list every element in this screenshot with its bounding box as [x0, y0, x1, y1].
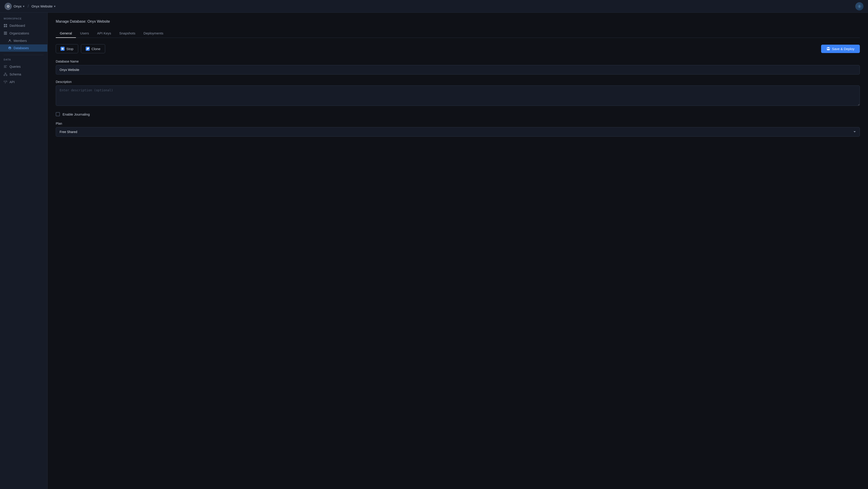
sidebar-item-databases[interactable]: Databases [0, 44, 48, 52]
action-left: Stop Clone [56, 44, 105, 53]
journaling-checkbox[interactable] [56, 112, 60, 116]
clone-button-label: Clone [92, 47, 100, 51]
topbar-left: O Onyx ▼ / Onyx Website ▼ [4, 3, 56, 10]
org-avatar: O [4, 3, 12, 10]
layout: WORKSPACE Dashboard Organizations [0, 13, 868, 489]
tab-general[interactable]: General [56, 29, 76, 38]
sidebar-item-schema-label: Schema [9, 72, 21, 76]
description-group: Description [56, 80, 860, 107]
tab-users[interactable]: Users [76, 29, 93, 38]
action-row: Stop Clone S [56, 44, 860, 53]
database-name-input[interactable] [56, 65, 860, 74]
sidebar-item-organizations-label: Organizations [9, 31, 29, 35]
svg-rect-5 [4, 32, 7, 32]
clone-icon [86, 47, 90, 51]
sidebar: WORKSPACE Dashboard Organizations [0, 13, 48, 489]
svg-rect-16 [62, 48, 63, 50]
plan-group: Plan Free Shared Pro Enterprise [56, 122, 860, 136]
databases-icon [8, 47, 11, 50]
main-content: Manage Database: Onyx Website General Us… [48, 13, 868, 489]
data-label: DATA [0, 58, 48, 61]
svg-rect-12 [4, 67, 7, 68]
schema-icon [4, 72, 7, 76]
clone-button[interactable]: Clone [81, 44, 105, 53]
database-name-group: Database Name [56, 60, 860, 74]
sidebar-item-members[interactable]: Members [0, 37, 48, 44]
sidebar-item-dashboard[interactable]: Dashboard [0, 22, 48, 29]
svg-point-8 [9, 39, 10, 41]
svg-rect-18 [87, 48, 88, 50]
org-selector[interactable]: Onyx ▼ [13, 4, 25, 8]
svg-rect-4 [6, 26, 7, 27]
page-title: Manage Database: Onyx Website [56, 20, 860, 24]
svg-rect-1 [4, 24, 5, 25]
sidebar-item-organizations[interactable]: Organizations [0, 29, 48, 37]
breadcrumb-separator: / [28, 4, 29, 9]
queries-icon [4, 65, 7, 68]
svg-rect-6 [4, 33, 7, 34]
tab-deployments[interactable]: Deployments [140, 29, 167, 38]
svg-rect-7 [4, 34, 7, 35]
topbar: O Onyx ▼ / Onyx Website ▼ [0, 0, 868, 13]
svg-rect-10 [4, 65, 7, 66]
svg-rect-20 [828, 48, 829, 48]
sidebar-item-api[interactable]: API [0, 78, 48, 86]
plan-label: Plan [56, 122, 860, 125]
sidebar-item-queries-label: Queries [9, 65, 21, 68]
description-label: Description [56, 80, 860, 84]
organizations-icon [4, 31, 7, 35]
sidebar-item-databases-label: Databases [13, 46, 29, 50]
stop-button-label: Stop [66, 47, 73, 51]
db-selector[interactable]: Onyx Website ▼ [31, 4, 56, 8]
save-deploy-button[interactable]: Save & Deploy [821, 44, 860, 53]
sidebar-item-queries[interactable]: Queries [0, 63, 48, 70]
workspace-label: WORKSPACE [0, 17, 48, 20]
user-avatar[interactable] [855, 2, 864, 10]
stop-button[interactable]: Stop [56, 44, 78, 53]
svg-rect-3 [4, 26, 5, 27]
stop-icon [61, 47, 65, 51]
sidebar-item-schema[interactable]: Schema [0, 70, 48, 78]
description-input[interactable] [56, 85, 860, 106]
tab-api-keys[interactable]: API Keys [93, 29, 115, 38]
sidebar-item-api-label: API [9, 80, 15, 84]
save-icon [827, 47, 830, 51]
svg-rect-11 [4, 66, 6, 67]
members-icon [8, 39, 11, 42]
dashboard-icon [4, 24, 7, 27]
db-chevron-icon: ▼ [54, 5, 56, 8]
tabs: General Users API Keys Snapshots Deploym… [56, 29, 860, 38]
api-icon [4, 80, 7, 84]
database-name-label: Database Name [56, 60, 860, 63]
svg-rect-2 [6, 24, 7, 25]
sidebar-item-dashboard-label: Dashboard [9, 24, 25, 27]
svg-point-15 [6, 75, 7, 76]
svg-point-14 [4, 75, 5, 76]
org-chevron-icon: ▼ [23, 5, 25, 8]
journaling-label: Enable Journaling [63, 113, 90, 116]
sidebar-item-members-label: Members [13, 39, 27, 42]
plan-select[interactable]: Free Shared Pro Enterprise [56, 127, 860, 136]
svg-point-13 [5, 73, 6, 74]
journaling-row: Enable Journaling [56, 112, 860, 116]
svg-rect-21 [827, 49, 830, 50]
save-deploy-label: Save & Deploy [832, 47, 855, 51]
tab-snapshots[interactable]: Snapshots [115, 29, 140, 38]
svg-point-9 [9, 47, 11, 48]
